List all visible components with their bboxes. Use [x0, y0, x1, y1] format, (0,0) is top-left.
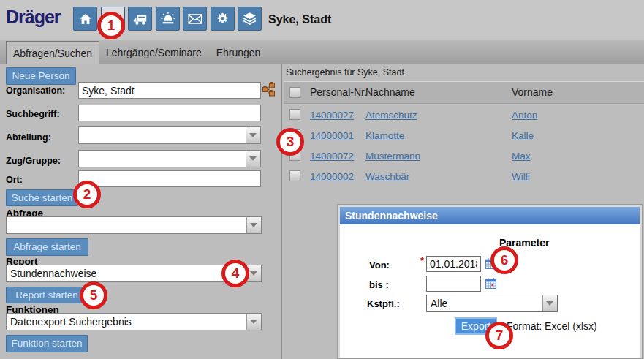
- ort-label: Ort:: [6, 175, 23, 185]
- home-icon: [78, 12, 93, 26]
- required-marker: *: [420, 255, 424, 266]
- chevron-down-icon[interactable]: [542, 295, 557, 311]
- chevron-down-icon[interactable]: [246, 151, 260, 167]
- panel-divider: [281, 64, 282, 359]
- annotation-circle-7: 7: [485, 322, 513, 349]
- toolbar-alarm-button[interactable]: [156, 7, 180, 31]
- funktionen-dropdown[interactable]: Datenexport Suchergebnis: [6, 313, 262, 330]
- bis-label: bis :: [369, 279, 389, 290]
- abteilung-dropdown[interactable]: [78, 126, 261, 144]
- draeger-logo: Dräger: [6, 7, 61, 28]
- annotation-circle-1: 1: [97, 12, 125, 39]
- suchbegriff-input[interactable]: [78, 105, 261, 121]
- siren-icon: [160, 11, 176, 27]
- chevron-down-icon[interactable]: [246, 217, 261, 233]
- chevron-down-icon[interactable]: [246, 127, 260, 143]
- toolbar-settings-button[interactable]: [211, 7, 235, 31]
- abfrage-starten-button[interactable]: Abfrage starten: [6, 238, 88, 256]
- personal-nr-link[interactable]: 14000072: [310, 151, 354, 162]
- toolbar-vehicle-button[interactable]: [128, 7, 152, 31]
- vorname-link[interactable]: Kalle: [512, 130, 534, 141]
- annotation-circle-6: 6: [490, 246, 518, 274]
- nachname-link[interactable]: Waschbär: [365, 171, 409, 182]
- nachname-link[interactable]: Mustermann: [365, 151, 420, 162]
- tab-abfragen-suchen[interactable]: Abfragen/Suchen: [6, 41, 99, 64]
- zug-gruppe-label: Zug/Gruppe:: [6, 156, 61, 166]
- kstpfl-dropdown[interactable]: Alle: [426, 295, 558, 312]
- chevron-down-icon[interactable]: [246, 314, 261, 330]
- suche-starten-button[interactable]: Suche starten: [6, 189, 78, 206]
- zug-gruppe-dropdown[interactable]: [78, 150, 261, 167]
- column-header-personal-nr: Personal-Nr.: [310, 86, 367, 98]
- bis-date-input[interactable]: [426, 276, 481, 292]
- header-bar: Dräger: [0, 0, 644, 40]
- organisation-label: Organisation:: [6, 86, 65, 96]
- von-date-input[interactable]: [426, 256, 481, 272]
- vorname-link[interactable]: Max: [512, 151, 531, 162]
- abteilung-label: Abteilung:: [6, 132, 51, 143]
- vorname-link[interactable]: Willi: [512, 171, 530, 182]
- mail-icon: [187, 11, 203, 27]
- tab-bar: Abfragen/Suchen Lehrgänge/Seminare Ehrun…: [0, 40, 644, 64]
- annotation-circle-2: 2: [73, 181, 101, 208]
- personal-nr-link[interactable]: 14000002: [310, 171, 354, 182]
- layers-icon: [242, 11, 257, 26]
- page-title: Syke, Stadt: [268, 13, 331, 26]
- annotation-circle-5: 5: [80, 281, 107, 309]
- format-text: Format: Excel (xlsx): [507, 320, 597, 332]
- nachname-link[interactable]: Klamotte: [365, 130, 404, 141]
- app-window: Dräger: [0, 0, 644, 359]
- fire-truck-icon: [132, 11, 148, 27]
- report-starten-button[interactable]: Report starten: [6, 287, 88, 303]
- org-tree-icon[interactable]: [262, 82, 276, 97]
- row-checkbox[interactable]: [289, 109, 300, 120]
- suchbegriff-label: Suchbegriff:: [6, 109, 60, 119]
- annotation-circle-3: 3: [276, 128, 304, 156]
- column-header-vorname: Vorname: [512, 86, 553, 98]
- report-value: Stundennachweise: [10, 265, 96, 281]
- funktion-starten-button[interactable]: Funktion starten: [6, 335, 88, 352]
- organisation-input[interactable]: [78, 82, 261, 99]
- column-header-nachname: Nachname: [365, 86, 415, 98]
- dialog-title: Stundennachweise: [340, 207, 640, 224]
- row-checkbox[interactable]: [289, 170, 300, 181]
- ort-input[interactable]: [78, 170, 261, 187]
- personal-nr-link[interactable]: 14000027: [310, 110, 354, 121]
- tab-ehrungen[interactable]: Ehrungen: [216, 41, 261, 64]
- toolbar-home-button[interactable]: [73, 7, 97, 31]
- von-label: Von:: [369, 260, 390, 271]
- neue-person-button[interactable]: Neue Person: [6, 67, 76, 85]
- select-all-checkbox[interactable]: [289, 87, 300, 98]
- gear-icon: [215, 11, 230, 26]
- personal-nr-link[interactable]: 14000001: [310, 130, 354, 141]
- toolbar-mail-button[interactable]: [183, 7, 207, 31]
- kstpfl-value: Alle: [431, 295, 447, 311]
- calendar-icon[interactable]: [485, 277, 497, 290]
- funktionen-value: Datenexport Suchergebnis: [10, 314, 132, 330]
- vorname-link[interactable]: Anton: [512, 110, 537, 121]
- abfrage-dropdown[interactable]: [6, 216, 262, 234]
- results-caption: Suchergebnis für Syke, Stadt: [286, 67, 404, 78]
- kstpfl-label: Kstpfl.:: [367, 298, 400, 309]
- nachname-link[interactable]: Atemschutz: [365, 110, 417, 121]
- toolbar-layers-button[interactable]: [238, 7, 262, 31]
- annotation-circle-4: 4: [221, 260, 249, 287]
- tab-lehrgaenge-seminare[interactable]: Lehrgänge/Seminare: [106, 41, 197, 64]
